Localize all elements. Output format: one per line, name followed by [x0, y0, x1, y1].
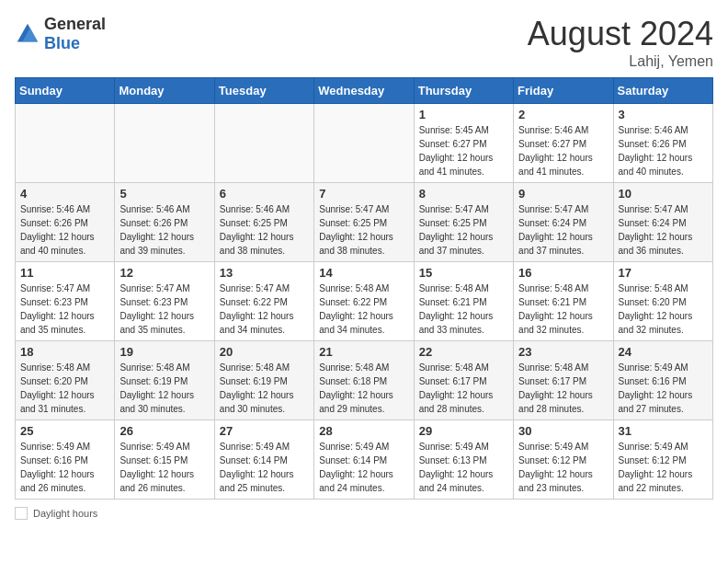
calendar-day-cell: 14Sunrise: 5:48 AM Sunset: 6:22 PM Dayli…: [314, 262, 414, 341]
day-info: Sunrise: 5:48 AM Sunset: 6:20 PM Dayligh…: [619, 282, 708, 337]
calendar-day-cell: 5Sunrise: 5:46 AM Sunset: 6:26 PM Daylig…: [115, 183, 214, 262]
calendar-day-cell: 21Sunrise: 5:48 AM Sunset: 6:18 PM Dayli…: [314, 341, 414, 420]
day-info: Sunrise: 5:48 AM Sunset: 6:17 PM Dayligh…: [518, 361, 608, 416]
calendar-day-cell: 31Sunrise: 5:49 AM Sunset: 6:12 PM Dayli…: [613, 420, 712, 500]
logo-general: General: [44, 15, 106, 33]
day-number: 9: [518, 187, 608, 201]
day-number: 16: [518, 266, 608, 280]
calendar-week-row: 4Sunrise: 5:46 AM Sunset: 6:26 PM Daylig…: [16, 183, 713, 262]
daylight-box: [15, 507, 28, 520]
day-number: 7: [319, 187, 408, 201]
logo-icon: [15, 21, 40, 47]
day-info: Sunrise: 5:49 AM Sunset: 6:13 PM Dayligh…: [419, 440, 508, 495]
calendar-day-cell: 24Sunrise: 5:49 AM Sunset: 6:16 PM Dayli…: [613, 341, 712, 420]
calendar-day-cell: 18Sunrise: 5:48 AM Sunset: 6:20 PM Dayli…: [16, 341, 115, 420]
logo-blue: Blue: [44, 34, 80, 52]
day-info: Sunrise: 5:48 AM Sunset: 6:22 PM Dayligh…: [319, 282, 408, 337]
day-info: Sunrise: 5:49 AM Sunset: 6:16 PM Dayligh…: [619, 361, 708, 416]
day-number: 18: [20, 345, 109, 359]
calendar-week-row: 18Sunrise: 5:48 AM Sunset: 6:20 PM Dayli…: [16, 341, 713, 420]
calendar-week-row: 11Sunrise: 5:47 AM Sunset: 6:23 PM Dayli…: [16, 262, 713, 341]
day-number: 12: [119, 266, 209, 280]
day-number: 27: [220, 424, 309, 438]
day-of-week-header: Sunday: [16, 78, 115, 104]
logo: General Blue: [15, 15, 106, 53]
calendar-day-cell: 30Sunrise: 5:49 AM Sunset: 6:12 PM Dayli…: [514, 420, 613, 500]
day-number: 6: [220, 187, 309, 201]
day-number: 22: [419, 345, 508, 359]
day-number: 3: [619, 108, 708, 121]
day-of-week-header: Tuesday: [214, 78, 313, 104]
calendar-day-cell: 8Sunrise: 5:47 AM Sunset: 6:25 PM Daylig…: [414, 183, 513, 262]
calendar-day-cell: 9Sunrise: 5:47 AM Sunset: 6:24 PM Daylig…: [514, 183, 613, 262]
day-number: 26: [119, 424, 209, 438]
calendar-day-cell: 10Sunrise: 5:47 AM Sunset: 6:24 PM Dayli…: [613, 183, 712, 262]
day-of-week-header: Wednesday: [314, 78, 414, 104]
calendar-day-cell: 23Sunrise: 5:48 AM Sunset: 6:17 PM Dayli…: [514, 341, 613, 420]
day-info: Sunrise: 5:49 AM Sunset: 6:14 PM Dayligh…: [220, 440, 309, 495]
day-info: Sunrise: 5:48 AM Sunset: 6:20 PM Dayligh…: [20, 361, 109, 416]
calendar-day-cell: 6Sunrise: 5:46 AM Sunset: 6:25 PM Daylig…: [214, 183, 313, 262]
day-number: 13: [220, 266, 309, 280]
day-info: Sunrise: 5:47 AM Sunset: 6:22 PM Dayligh…: [220, 282, 309, 337]
day-info: Sunrise: 5:48 AM Sunset: 6:19 PM Dayligh…: [220, 361, 309, 416]
day-info: Sunrise: 5:46 AM Sunset: 6:25 PM Dayligh…: [220, 202, 309, 258]
day-of-week-header: Friday: [514, 78, 613, 104]
day-info: Sunrise: 5:46 AM Sunset: 6:26 PM Dayligh…: [20, 202, 109, 258]
day-number: 14: [319, 266, 408, 280]
calendar-day-cell: 26Sunrise: 5:49 AM Sunset: 6:15 PM Dayli…: [115, 420, 214, 500]
day-info: Sunrise: 5:47 AM Sunset: 6:25 PM Dayligh…: [419, 202, 508, 258]
day-number: 4: [20, 187, 109, 201]
calendar-day-cell: 27Sunrise: 5:49 AM Sunset: 6:14 PM Dayli…: [214, 420, 313, 500]
day-number: 1: [419, 108, 508, 121]
calendar-day-cell: [214, 104, 313, 183]
calendar-day-cell: 12Sunrise: 5:47 AM Sunset: 6:23 PM Dayli…: [115, 262, 214, 341]
calendar-table: SundayMondayTuesdayWednesdayThursdayFrid…: [15, 77, 713, 500]
day-info: Sunrise: 5:49 AM Sunset: 6:12 PM Dayligh…: [619, 440, 708, 495]
day-number: 17: [619, 266, 708, 280]
calendar-header-row: SundayMondayTuesdayWednesdayThursdayFrid…: [16, 78, 713, 104]
day-info: Sunrise: 5:48 AM Sunset: 6:21 PM Dayligh…: [419, 282, 508, 337]
day-info: Sunrise: 5:46 AM Sunset: 6:26 PM Dayligh…: [119, 202, 209, 258]
day-number: 20: [220, 345, 309, 359]
day-number: 23: [518, 345, 608, 359]
daylight-label: Daylight hours: [33, 508, 97, 519]
day-info: Sunrise: 5:45 AM Sunset: 6:27 PM Dayligh…: [419, 123, 508, 178]
calendar-day-cell: 20Sunrise: 5:48 AM Sunset: 6:19 PM Dayli…: [214, 341, 313, 420]
day-info: Sunrise: 5:47 AM Sunset: 6:24 PM Dayligh…: [518, 202, 608, 258]
day-info: Sunrise: 5:49 AM Sunset: 6:14 PM Dayligh…: [319, 440, 408, 495]
calendar-week-row: 25Sunrise: 5:49 AM Sunset: 6:16 PM Dayli…: [16, 420, 713, 500]
day-of-week-header: Monday: [115, 78, 214, 104]
day-number: 5: [119, 187, 209, 201]
calendar-day-cell: 1Sunrise: 5:45 AM Sunset: 6:27 PM Daylig…: [414, 104, 513, 183]
day-info: Sunrise: 5:47 AM Sunset: 6:24 PM Dayligh…: [619, 202, 708, 258]
title-block: August 2024 Lahij, Yemen: [528, 15, 713, 70]
day-number: 10: [619, 187, 708, 201]
day-number: 2: [518, 108, 608, 121]
page-header: General Blue August 2024 Lahij, Yemen: [15, 15, 713, 70]
day-info: Sunrise: 5:48 AM Sunset: 6:21 PM Dayligh…: [518, 282, 608, 337]
day-info: Sunrise: 5:47 AM Sunset: 6:25 PM Dayligh…: [319, 202, 408, 258]
calendar-day-cell: 19Sunrise: 5:48 AM Sunset: 6:19 PM Dayli…: [115, 341, 214, 420]
day-info: Sunrise: 5:49 AM Sunset: 6:16 PM Dayligh…: [20, 440, 109, 495]
day-number: 30: [518, 424, 608, 438]
calendar-day-cell: [314, 104, 414, 183]
day-number: 25: [20, 424, 109, 438]
day-info: Sunrise: 5:48 AM Sunset: 6:17 PM Dayligh…: [419, 361, 508, 416]
day-number: 24: [619, 345, 708, 359]
calendar-day-cell: 29Sunrise: 5:49 AM Sunset: 6:13 PM Dayli…: [414, 420, 513, 500]
day-info: Sunrise: 5:48 AM Sunset: 6:18 PM Dayligh…: [319, 361, 408, 416]
calendar-day-cell: 25Sunrise: 5:49 AM Sunset: 6:16 PM Dayli…: [16, 420, 115, 500]
day-info: Sunrise: 5:46 AM Sunset: 6:26 PM Dayligh…: [619, 123, 708, 178]
day-number: 21: [319, 345, 408, 359]
day-info: Sunrise: 5:47 AM Sunset: 6:23 PM Dayligh…: [119, 282, 209, 337]
calendar-day-cell: 7Sunrise: 5:47 AM Sunset: 6:25 PM Daylig…: [314, 183, 414, 262]
calendar-day-cell: 17Sunrise: 5:48 AM Sunset: 6:20 PM Dayli…: [613, 262, 712, 341]
day-info: Sunrise: 5:47 AM Sunset: 6:23 PM Dayligh…: [20, 282, 109, 337]
calendar-week-row: 1Sunrise: 5:45 AM Sunset: 6:27 PM Daylig…: [16, 104, 713, 183]
day-number: 31: [619, 424, 708, 438]
footer: Daylight hours: [15, 507, 713, 520]
calendar-day-cell: 11Sunrise: 5:47 AM Sunset: 6:23 PM Dayli…: [16, 262, 115, 341]
day-of-week-header: Saturday: [613, 78, 712, 104]
day-number: 8: [419, 187, 508, 201]
